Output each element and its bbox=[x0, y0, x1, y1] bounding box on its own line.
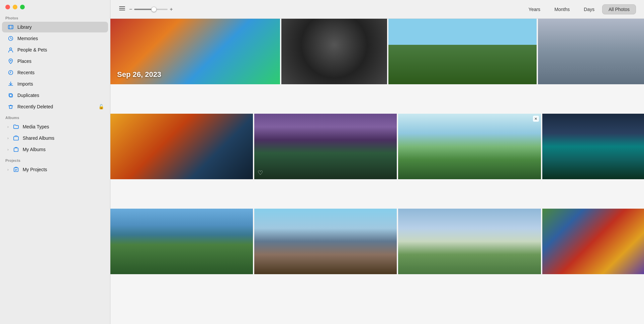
tab-months[interactable]: Months bbox=[548, 4, 576, 14]
photo-cell[interactable] bbox=[542, 114, 644, 179]
photo-cell[interactable] bbox=[398, 209, 541, 274]
sidebar-item-my-albums[interactable]: › My Albums bbox=[2, 144, 108, 155]
photo-cell[interactable] bbox=[254, 209, 397, 274]
window-controls bbox=[0, 0, 110, 13]
photo-cell[interactable] bbox=[110, 114, 253, 179]
toolbar: − + Years Months Days All Photos bbox=[110, 0, 644, 19]
places-icon bbox=[7, 58, 14, 65]
folder-icon bbox=[13, 123, 19, 130]
shared-icon bbox=[13, 135, 19, 141]
sidebar-item-people-pets[interactable]: People & Pets bbox=[2, 44, 108, 55]
sidebar-item-imports[interactable]: Imports bbox=[2, 79, 108, 89]
chevron-icon: › bbox=[7, 168, 9, 172]
toolbar-left: − + bbox=[118, 5, 173, 14]
sidebar: Photos Library Memories People & Pets Pl… bbox=[0, 0, 110, 324]
svg-point-2 bbox=[10, 48, 12, 50]
sidebar-item-label: People & Pets bbox=[17, 47, 104, 52]
photo-row bbox=[110, 209, 644, 276]
photo-cell[interactable] bbox=[542, 209, 644, 274]
sidebar-item-recently-deleted[interactable]: Recently Deleted 🔓 bbox=[2, 101, 108, 112]
photos-section-label: Photos bbox=[0, 13, 110, 21]
display-icon[interactable] bbox=[118, 5, 126, 14]
svg-rect-0 bbox=[8, 25, 13, 29]
toolbar-right: Years Months Days All Photos bbox=[522, 4, 636, 14]
duplicates-icon bbox=[7, 92, 14, 99]
library-icon bbox=[7, 24, 14, 30]
sidebar-item-my-projects[interactable]: › My Projects bbox=[2, 164, 108, 175]
sidebar-item-label: Imports bbox=[17, 81, 104, 87]
heart-icon: ♡ bbox=[258, 169, 263, 177]
tab-all-photos[interactable]: All Photos bbox=[602, 4, 636, 14]
main-content: − + Years Months Days All Photos Sep 26,… bbox=[110, 0, 644, 324]
lock-icon: 🔓 bbox=[98, 104, 104, 109]
photo-cell[interactable]: Sep 26, 2023 bbox=[110, 19, 280, 84]
close-button[interactable] bbox=[5, 5, 10, 9]
gap-row bbox=[110, 182, 644, 209]
sidebar-item-label: Duplicates bbox=[17, 93, 104, 98]
albums-section-label: Albums bbox=[0, 112, 110, 121]
sidebar-item-label: Shared Albums bbox=[23, 135, 104, 141]
svg-rect-7 bbox=[13, 137, 18, 140]
trash-icon bbox=[7, 103, 14, 110]
tab-years[interactable]: Years bbox=[522, 4, 547, 14]
imports-icon bbox=[7, 81, 14, 87]
photo-grid: Sep 26, 2023 ♡ ✕ bbox=[110, 19, 644, 324]
sidebar-item-places[interactable]: Places bbox=[2, 56, 108, 67]
sidebar-item-label: Media Types bbox=[23, 124, 104, 129]
people-icon bbox=[7, 46, 14, 53]
svg-rect-8 bbox=[14, 148, 18, 152]
photo-cell[interactable]: ♡ bbox=[254, 114, 397, 179]
projects-section-label: Projects bbox=[0, 155, 110, 164]
sidebar-item-label: My Albums bbox=[23, 147, 104, 152]
svg-point-3 bbox=[10, 60, 11, 61]
minimize-button[interactable] bbox=[13, 5, 17, 9]
memories-icon bbox=[7, 35, 14, 42]
photo-date-label: Sep 26, 2023 bbox=[117, 70, 161, 79]
sidebar-item-duplicates[interactable]: Duplicates bbox=[2, 90, 108, 101]
sidebar-item-label: Recents bbox=[17, 70, 104, 75]
chevron-icon: › bbox=[7, 147, 9, 151]
photo-cell[interactable] bbox=[388, 19, 537, 84]
sidebar-item-media-types[interactable]: › Media Types bbox=[2, 121, 108, 132]
sidebar-item-memories[interactable]: Memories bbox=[2, 33, 108, 44]
zoom-controls: − + bbox=[129, 7, 173, 12]
album-icon bbox=[13, 146, 19, 153]
photo-row: Sep 26, 2023 bbox=[110, 19, 644, 86]
projects-icon bbox=[13, 166, 19, 173]
chevron-icon: › bbox=[7, 136, 9, 140]
zoom-in-button[interactable]: + bbox=[170, 7, 173, 12]
sidebar-item-label: Recently Deleted bbox=[17, 104, 95, 109]
sidebar-item-label: Library bbox=[17, 24, 104, 30]
sidebar-item-shared-albums[interactable]: › Shared Albums bbox=[2, 133, 108, 143]
sidebar-item-label: Memories bbox=[17, 36, 104, 41]
zoom-slider[interactable] bbox=[134, 9, 168, 10]
sidebar-item-library[interactable]: Library bbox=[2, 22, 108, 32]
photo-cell[interactable] bbox=[538, 19, 644, 84]
sidebar-item-label: My Projects bbox=[23, 167, 104, 172]
zoom-out-button[interactable]: − bbox=[129, 7, 132, 12]
chevron-icon: › bbox=[7, 125, 9, 129]
photo-row: ♡ ✕ bbox=[110, 114, 644, 181]
sidebar-item-label: Places bbox=[17, 59, 104, 64]
recents-icon bbox=[7, 69, 14, 76]
badge-icon: ✕ bbox=[533, 116, 539, 122]
gap-row bbox=[110, 87, 644, 114]
photo-cell[interactable] bbox=[281, 19, 387, 84]
photo-cell[interactable] bbox=[110, 209, 253, 274]
maximize-button[interactable] bbox=[20, 5, 25, 9]
tab-days[interactable]: Days bbox=[577, 4, 601, 14]
sidebar-item-recents[interactable]: Recents bbox=[2, 67, 108, 78]
photo-cell[interactable]: ✕ bbox=[398, 114, 541, 179]
